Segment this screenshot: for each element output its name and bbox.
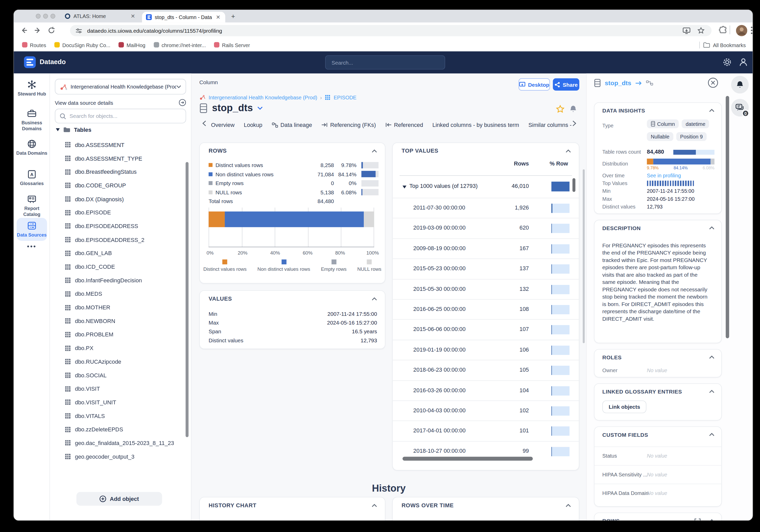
type-badge-datatype[interactable]: datetime (682, 119, 709, 128)
tree-table-item[interactable]: dbo.CODE_GROUP (50, 179, 187, 192)
tab-referencing-fks[interactable]: Referencing (FKs) (321, 122, 376, 128)
tab-overview[interactable]: Overview (211, 122, 235, 128)
type-badge-nullable[interactable]: Nullable (647, 132, 674, 141)
rail-item-glossaries[interactable]: A Glossaries (15, 169, 48, 186)
type-badge-column[interactable]: Column (647, 119, 679, 128)
tree-scrollbar[interactable] (186, 162, 188, 437)
object-search[interactable] (55, 109, 186, 123)
top-value-row[interactable]: 2015-05-23 00:00:00 137 (393, 259, 579, 279)
tab-close-icon[interactable]: ✕ (215, 14, 221, 20)
tree-table-item[interactable]: dbo.MOTHER (50, 301, 187, 314)
dataedo-logo-icon[interactable] (24, 56, 36, 68)
tab-data-lineage[interactable]: Data lineage (272, 122, 312, 128)
collapse-chevron-icon[interactable] (372, 504, 377, 507)
tree-table-item[interactable]: dbo.GEN_LAB (50, 246, 187, 260)
reload-icon[interactable] (47, 26, 55, 34)
see-in-profiling-link[interactable]: See in profiling (647, 172, 681, 178)
new-tab-button[interactable]: + (231, 12, 235, 20)
forward-icon[interactable] (34, 26, 41, 34)
share-button[interactable]: Share (553, 78, 579, 91)
top-values-vertical-scrollbar[interactable] (573, 178, 575, 192)
title-chevron-down-icon[interactable] (257, 106, 263, 110)
rail-item-data-sources[interactable]: Data Sources (17, 218, 47, 241)
profile-avatar[interactable] (736, 25, 747, 36)
rail-item-business-domains[interactable]: Business Domains (15, 109, 48, 132)
notifications-button[interactable] (731, 76, 749, 93)
tab-referenced[interactable]: Referenced (385, 122, 423, 128)
bookmark-item[interactable]: DocuSign Ruby Co... (55, 42, 111, 48)
browser-tab-atlas[interactable]: ATLAS: Home ✕ (61, 10, 140, 22)
install-app-icon[interactable] (683, 27, 690, 34)
tree-table-item[interactable]: dbo.BreastfeedingStatus (50, 165, 187, 179)
collapse-chevron-icon[interactable] (709, 226, 714, 230)
rail-more-button[interactable]: ••• (14, 243, 50, 250)
caret-down-icon[interactable] (403, 186, 406, 188)
collapse-chevron-icon[interactable] (372, 149, 377, 153)
tab-linked-columns[interactable]: Linked columns - by business term (433, 122, 519, 128)
traffic-light-zoom[interactable] (50, 14, 55, 19)
site-settings-icon[interactable] (75, 27, 82, 34)
settings-gear-icon[interactable] (722, 57, 732, 67)
lineage-icon[interactable] (646, 80, 653, 86)
tree-table-item[interactable]: dbo.MEDS (50, 287, 187, 301)
tree-table-item[interactable]: dbo.DX (Diagnosis) (50, 192, 187, 206)
tab-similar-columns[interactable]: Similar columns - same na (529, 122, 572, 128)
address-bar[interactable]: dataedo.icts.uiowa.edu/catalog/columns/1… (70, 25, 712, 36)
tabs-scroll-left-icon[interactable] (202, 120, 206, 126)
bookmark-star-icon[interactable] (697, 27, 705, 34)
menu-kebab-icon[interactable] (751, 26, 753, 34)
add-object-button[interactable]: Add object (76, 492, 162, 506)
tree-table-item[interactable]: dbo.InfantFeedingDecision (50, 274, 187, 287)
global-search-input[interactable] (325, 55, 445, 69)
tree-table-item[interactable]: geo.geocoder_output_3 (50, 450, 187, 464)
tab-lookup[interactable]: Lookup (244, 122, 262, 128)
tree-table-item[interactable]: dbo.VITALS (50, 409, 187, 423)
tab-close-icon[interactable]: ✕ (130, 13, 136, 19)
close-icon[interactable] (707, 77, 718, 88)
tree-table-item[interactable]: dbo.ASSESSMENT (50, 138, 187, 152)
tree-table-item[interactable]: dbo.NEWBORN (50, 314, 187, 328)
all-bookmarks-button[interactable]: All Bookmarks (703, 42, 746, 48)
desktop-button[interactable]: Desktop (518, 78, 550, 91)
collapse-chevron-icon[interactable] (709, 519, 714, 520)
tree-node-tables[interactable]: Tables (56, 127, 91, 133)
tabs-scroll-right-icon[interactable] (573, 120, 576, 126)
bookmark-item[interactable]: MailHog (119, 42, 145, 48)
rail-item-steward-hub[interactable]: Steward Hub (15, 80, 48, 97)
extensions-icon[interactable] (719, 26, 727, 34)
tree-table-item[interactable]: dbo.EPISODE (50, 206, 187, 220)
traffic-light-minimize[interactable] (43, 14, 48, 19)
tree-table-item[interactable]: dbo.RUCAzipcode (50, 355, 187, 369)
data-source-select[interactable]: Intergenerational Health Knowledgebase (… (55, 79, 186, 95)
tree-table-item[interactable]: dbo.ICD_CODE (50, 260, 187, 274)
top-values-group-row[interactable]: Top 1000 values (of 12793) 46,010 (393, 176, 579, 198)
top-value-row[interactable]: 2011-07-30 00:00:00 1,926 (393, 198, 579, 218)
view-data-source-details[interactable]: View data source details (55, 99, 186, 106)
bookmark-item[interactable]: Routes (22, 42, 46, 48)
back-icon[interactable] (20, 26, 28, 34)
user-profile-icon[interactable] (738, 57, 748, 67)
top-value-row[interactable]: 2015-05-30 00:00:00 132 (393, 279, 579, 299)
object-search-input[interactable] (70, 113, 186, 119)
top-value-row[interactable]: 2009-08-19 00:00:00 167 (393, 238, 579, 259)
top-value-row[interactable]: 2015-06-06 00:00:00 107 (393, 319, 579, 340)
expand-icon[interactable] (694, 518, 701, 520)
tree-table-item[interactable]: dbo.VISIT (50, 382, 187, 396)
main-scrollbar[interactable] (583, 169, 585, 343)
brand-name[interactable]: Dataedo (40, 58, 66, 66)
collapse-chevron-icon[interactable] (566, 504, 571, 507)
collapse-chevron-icon[interactable] (709, 390, 714, 393)
browser-tab-dataedo[interactable]: stop_dts - Column - Dataedo ✕ (142, 12, 225, 22)
coll apse-chevron-icon[interactable] (709, 109, 714, 112)
url-text[interactable]: dataedo.icts.uiowa.edu/catalog/columns/1… (87, 27, 683, 33)
tree-table-item[interactable]: dbo.SOCIAL (50, 369, 187, 382)
favorite-star-icon[interactable] (556, 105, 565, 113)
collapse-chevron-icon[interactable] (709, 433, 714, 436)
notification-bell-icon[interactable] (569, 105, 577, 113)
breadcrumb-source-link[interactable]: Intergenerational Health Knowledgebase (… (209, 94, 317, 100)
tree-table-item[interactable]: dbo.ASSESSMENT_TYPE (50, 152, 187, 165)
tree-table-item[interactable]: dbo.zzDeleteEPDS (50, 422, 187, 436)
details-title-link[interactable]: stop_dts (605, 79, 631, 87)
tree-table-item[interactable]: dbo.PX (50, 341, 187, 355)
top-value-row[interactable]: 2019-03-09 00:00:00 620 (393, 218, 579, 238)
